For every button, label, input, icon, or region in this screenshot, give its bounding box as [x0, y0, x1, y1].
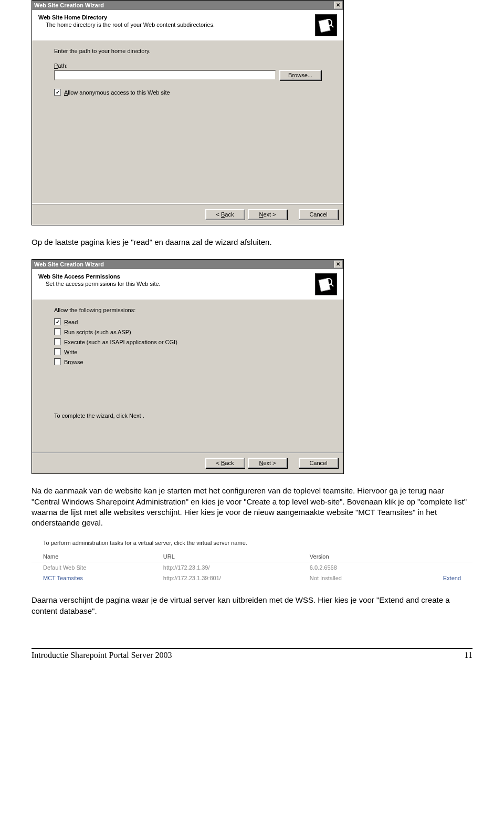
vs-version: Not Installed [298, 573, 398, 583]
virtual-server-list: To perform administration tasks for a vi… [32, 540, 472, 583]
dialog-heading: Web Site Access Permissions [38, 273, 161, 280]
vs-extend [398, 562, 472, 573]
dialog-subheading: Set the access permissions for this Web … [46, 281, 161, 287]
perm-execute-checkbox[interactable] [54, 338, 61, 345]
close-icon[interactable]: ✕ [334, 261, 342, 268]
allow-anonymous-label: Allow anonymous access to this Web site [64, 89, 170, 96]
book-magnifier-icon [315, 14, 337, 36]
wizard-dialog-home-directory: Web Site Creation Wizard ✕ Web Site Home… [32, 0, 344, 225]
dialog-title: Web Site Creation Wizard [34, 261, 104, 267]
complete-wizard-label: To complete the wizard, click Next . [54, 413, 321, 419]
back-button[interactable]: < Back [205, 209, 245, 220]
vs-name-link[interactable]: MCT Teamsites [32, 573, 152, 583]
dialog-titlebar[interactable]: Web Site Creation Wizard ✕ [32, 260, 343, 269]
back-button[interactable]: < Back [205, 458, 245, 468]
body-paragraph-1: Op de laatste pagina kies je "read" en d… [32, 237, 472, 248]
enter-path-prompt: Enter the path to your home directory. [54, 48, 321, 54]
book-magnifier-icon [315, 273, 337, 295]
doc-footer-title: Introductie Sharepoint Portal Server 200… [32, 651, 172, 660]
vs-url: http://172.23.1.39:801/ [152, 573, 298, 583]
browse-button[interactable]: Browse... [279, 70, 321, 80]
svg-line-5 [331, 284, 333, 286]
table-row: MCT Teamsites http://172.23.1.39:801/ No… [32, 573, 472, 583]
col-action [398, 551, 472, 562]
perm-browse-label: Browse [64, 359, 83, 365]
vsl-intro: To perform administration tasks for a vi… [43, 540, 472, 546]
wizard-dialog-access-permissions: Web Site Creation Wizard ✕ Web Site Acce… [32, 259, 344, 474]
path-label: PPath:ath: [54, 63, 321, 69]
allow-permissions-intro: Allow the following permissions: [54, 307, 321, 313]
page-footer: Introductie Sharepoint Portal Server 200… [32, 648, 472, 660]
col-version: Version [298, 551, 398, 562]
perm-read-label: Read [64, 319, 78, 325]
body-paragraph-2: Na de aanmaak van de website kan je star… [32, 486, 472, 528]
path-input[interactable] [54, 70, 276, 80]
col-name: Name [32, 551, 152, 562]
vs-version: 6.0.2.6568 [298, 562, 398, 573]
svg-line-2 [331, 25, 333, 27]
perm-scripts-label: Run scripts (such as ASP) [64, 329, 131, 335]
doc-page-number: 11 [465, 651, 472, 660]
perm-browse-checkbox[interactable] [54, 358, 61, 365]
body-paragraph-3: Daarna verschijnt de pagina waar je de v… [32, 595, 472, 616]
dialog-titlebar[interactable]: Web Site Creation Wizard ✕ [32, 1, 343, 10]
allow-anonymous-checkbox[interactable] [54, 89, 61, 96]
dialog-header: Web Site Access Permissions Set the acce… [32, 269, 343, 300]
dialog-heading: Web Site Home Directory [38, 14, 215, 20]
table-row: Default Web Site http://172.23.1.39/ 6.0… [32, 562, 472, 573]
dialog-subheading: The home directory is the root of your W… [46, 22, 215, 28]
dialog-title: Web Site Creation Wizard [34, 2, 104, 8]
cancel-button[interactable]: Cancel [299, 458, 338, 468]
vs-url: http://172.23.1.39/ [152, 562, 298, 573]
col-url: URL [152, 551, 298, 562]
cancel-button[interactable]: Cancel [299, 209, 338, 220]
perm-read-checkbox[interactable] [54, 318, 61, 325]
perm-execute-label: Execute (such as ISAPI applications or C… [64, 339, 177, 345]
perm-write-label: Write [64, 349, 77, 355]
next-button[interactable]: Next > [248, 209, 287, 220]
next-button[interactable]: Next > [248, 458, 287, 468]
vs-extend-link[interactable]: Extend [398, 573, 472, 583]
dialog-header: Web Site Home Directory The home directo… [32, 10, 343, 40]
dialog-footer: < Back Next > Cancel [32, 452, 343, 473]
perm-scripts-checkbox[interactable] [54, 328, 61, 335]
perm-write-checkbox[interactable] [54, 348, 61, 355]
vs-name: Default Web Site [32, 562, 152, 573]
close-icon[interactable]: ✕ [334, 2, 342, 9]
table-header-row: Name URL Version [32, 551, 472, 562]
dialog-footer: < Back Next > Cancel [32, 203, 343, 225]
